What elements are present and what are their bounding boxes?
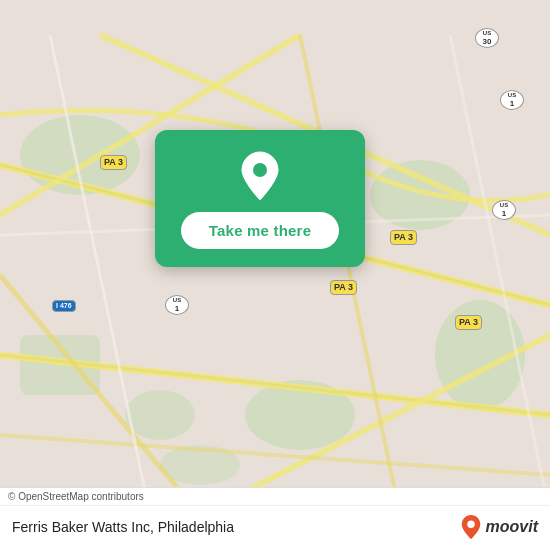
map-background: [0, 0, 550, 550]
location-name: Ferris Baker Watts Inc, Philadelphia: [12, 519, 234, 535]
shield-pa3-right: PA 3: [455, 315, 482, 330]
svg-point-6: [125, 390, 195, 440]
location-bar: Ferris Baker Watts Inc, Philadelphia moo…: [0, 505, 550, 550]
shield-us1-bottom: US 1: [165, 295, 189, 315]
shield-us1-top: US 1: [500, 90, 524, 110]
osm-attribution: © OpenStreetMap contributors: [0, 487, 550, 505]
shield-pa3-center: PA 3: [390, 230, 417, 245]
take-me-there-button[interactable]: Take me there: [181, 212, 339, 249]
attribution-text: © OpenStreetMap contributors: [8, 491, 144, 502]
shield-i476: I 476: [52, 300, 76, 312]
shield-us1-mid-right: US 1: [492, 200, 516, 220]
map-container: US 30 US 1 PA 3 US 1 PA 3 I 476 PA 3 US …: [0, 0, 550, 550]
location-card: Take me there: [155, 130, 365, 267]
shield-us30: US 30: [475, 28, 499, 48]
svg-point-23: [253, 163, 267, 177]
moovit-logo: moovit: [460, 514, 538, 540]
shield-pa3-left: PA 3: [100, 155, 127, 170]
moovit-text: moovit: [486, 518, 538, 536]
bottom-bar: © OpenStreetMap contributors Ferris Bake…: [0, 487, 550, 550]
moovit-pin-icon: [460, 514, 482, 540]
shield-pa3-bottom: PA 3: [330, 280, 357, 295]
map-pin-icon: [234, 150, 286, 202]
location-city-text: Philadelphia: [158, 519, 234, 535]
location-name-text: Ferris Baker Watts Inc: [12, 519, 150, 535]
svg-point-24: [467, 521, 474, 528]
